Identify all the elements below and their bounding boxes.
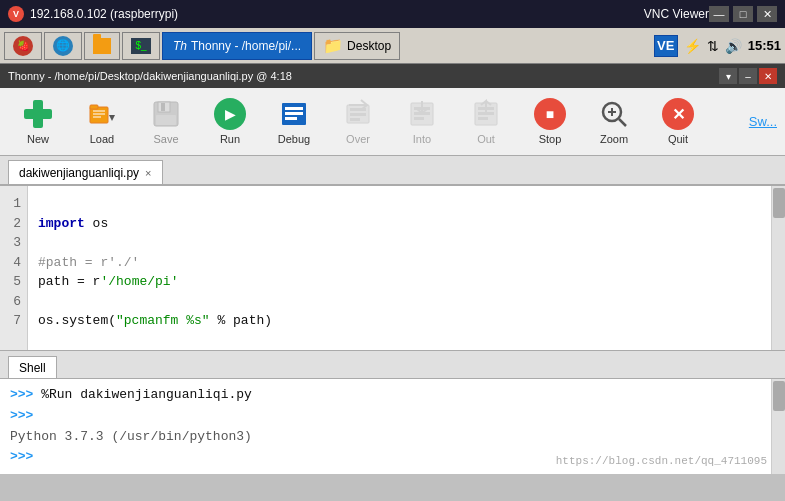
out-label: Out [477, 133, 495, 145]
new-icon [22, 98, 54, 130]
debug-button[interactable]: Debug [264, 93, 324, 151]
globe-icon: 🌐 [53, 36, 73, 56]
title-bar-text: 192.168.0.102 (raspberrypi) [30, 7, 638, 21]
shell-tab-bar: Shell [0, 351, 785, 379]
svg-rect-17 [350, 118, 360, 121]
ve-badge: VE [654, 35, 678, 57]
load-label: Load [90, 133, 114, 145]
taskbar: 🍓 🌐 $_ Th Thonny - /home/pi/... 📁 Deskto… [0, 28, 785, 64]
thonny-taskbar-label: Thonny - /home/pi/... [191, 39, 301, 53]
svg-rect-1 [90, 105, 98, 109]
zoom-icon [598, 98, 630, 130]
into-label: Into [413, 133, 431, 145]
browser-button[interactable]: 🌐 [44, 32, 82, 60]
raspberry-menu[interactable]: 🍓 [4, 32, 42, 60]
svg-rect-8 [161, 103, 165, 111]
raspberry-icon: 🍓 [13, 36, 33, 56]
shell-cmd-1: %Run dakiwenjianguanliqi.py [33, 387, 251, 402]
line-num-3: 3 [6, 233, 21, 253]
new-button[interactable]: New [8, 93, 68, 151]
shell-prompt-3: >>> [10, 449, 33, 464]
editor-tab-filename: dakiwenjianguanliqi.py [19, 166, 139, 180]
svg-rect-3 [93, 113, 105, 115]
out-icon [470, 98, 502, 130]
shell-tab-label: Shell [19, 361, 46, 375]
minimize-button[interactable]: — [709, 6, 729, 22]
shell-line-1: >>> %Run dakiwenjianguanliqi.py [10, 385, 775, 406]
thonny-close-btn[interactable]: ✕ [759, 68, 777, 84]
shell-line-3: Python 3.7.3 (/usr/bin/python3) [10, 427, 775, 448]
maximize-button[interactable]: □ [733, 6, 753, 22]
run-button[interactable]: ▶ Run [200, 93, 260, 151]
watermark: https://blog.csdn.net/qq_4711095 [556, 453, 767, 471]
save-button[interactable]: Save [136, 93, 196, 151]
clock: 15:51 [748, 38, 781, 53]
shell-tab[interactable]: Shell [8, 356, 57, 378]
svg-rect-2 [93, 110, 105, 112]
shell-output-1: Python 3.7.3 (/usr/bin/python3) [10, 429, 252, 444]
line-numbers: 1 2 3 4 5 6 7 [0, 186, 28, 350]
line-num-7: 7 [6, 311, 21, 331]
run-icon: ▶ [214, 98, 246, 130]
into-button[interactable]: Into [392, 93, 452, 151]
shell-content[interactable]: >>> %Run dakiwenjianguanliqi.py >>> Pyth… [0, 379, 785, 474]
editor-tab[interactable]: dakiwenjianguanliqi.py × [8, 160, 163, 184]
editor-tab-close[interactable]: × [145, 167, 151, 179]
line-num-6: 6 [6, 292, 21, 312]
load-button[interactable]: Load [72, 93, 132, 151]
sw-link[interactable]: Sw... [749, 114, 777, 129]
line-num-5: 5 [6, 272, 21, 292]
save-icon [150, 98, 182, 130]
stop-label: Stop [539, 133, 562, 145]
into-icon [406, 98, 438, 130]
title-bar: V 192.168.0.102 (raspberrypi) VNC Viewer… [0, 0, 785, 28]
code-editor[interactable]: import os #path = r'./' path = r'/home/p… [28, 186, 771, 350]
taskbar-right: VE ⚡ ⇅ 🔊 15:51 [654, 35, 781, 57]
shell-line-2: >>> [10, 406, 775, 427]
editor-area: 1 2 3 4 5 6 7 import os #path = r'./' pa… [0, 186, 785, 351]
quit-label: Quit [668, 133, 688, 145]
svg-rect-22 [414, 117, 424, 120]
shell-area: Shell >>> %Run dakiwenjianguanliqi.py >>… [0, 351, 785, 474]
shell-prompt-1: >>> [10, 387, 33, 402]
load-icon [86, 98, 118, 130]
quit-icon: ✕ [662, 98, 694, 130]
svg-marker-5 [109, 115, 115, 121]
filemanager-button[interactable] [84, 32, 120, 60]
svg-rect-12 [285, 112, 303, 115]
quit-button[interactable]: ✕ Quit [648, 93, 708, 151]
debug-label: Debug [278, 133, 310, 145]
arrows-icon: ⇅ [707, 38, 719, 54]
thonny-taskbar-item[interactable]: Th Thonny - /home/pi/... [162, 32, 312, 60]
out-button[interactable]: Out [456, 93, 516, 151]
svg-rect-11 [285, 107, 303, 110]
line-num-1: 1 [6, 194, 21, 214]
thonny-dropdown-btn[interactable]: ▾ [719, 68, 737, 84]
thonny-titlebar-text: Thonny - /home/pi/Desktop/dakiwenjiangua… [8, 70, 719, 82]
zoom-button[interactable]: Zoom [584, 93, 644, 151]
debug-icon [278, 98, 310, 130]
line-num-2: 2 [6, 214, 21, 234]
over-label: Over [346, 133, 370, 145]
svg-rect-9 [156, 115, 176, 125]
editor-scrollbar[interactable] [771, 186, 785, 350]
shell-prompt-2: >>> [10, 408, 33, 423]
thonny-titlebar-controls: ▾ – ✕ [719, 68, 777, 84]
svg-rect-4 [93, 116, 101, 118]
svg-rect-13 [285, 117, 297, 120]
stop-button[interactable]: ■ Stop [520, 93, 580, 151]
over-button[interactable]: Over [328, 93, 388, 151]
vnc-icon: V [8, 6, 24, 22]
desktop-taskbar-item[interactable]: 📁 Desktop [314, 32, 400, 60]
thonny-titlebar: Thonny - /home/pi/Desktop/dakiwenjiangua… [0, 64, 785, 88]
new-label: New [27, 133, 49, 145]
title-bar-controls: — □ ✕ [709, 6, 777, 22]
thonny-minimize-btn[interactable]: – [739, 68, 757, 84]
volume-icon: 🔊 [725, 38, 742, 54]
terminal-button[interactable]: $_ [122, 32, 160, 60]
close-button[interactable]: ✕ [757, 6, 777, 22]
svg-rect-26 [478, 117, 488, 120]
bluetooth-icon: ⚡ [684, 38, 701, 54]
shell-scrollbar[interactable] [771, 379, 785, 474]
stop-icon: ■ [534, 98, 566, 130]
